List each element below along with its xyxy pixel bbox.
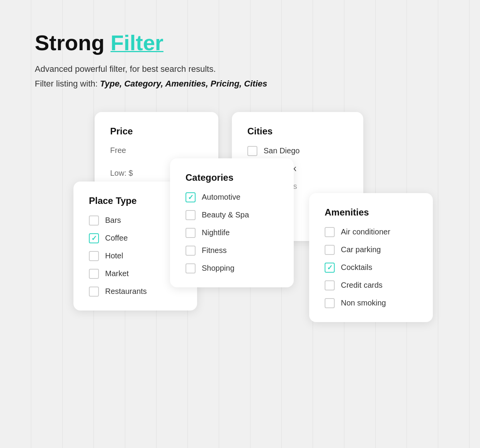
amenities-label-creditcards: Credit cards <box>341 281 383 290</box>
place-type-label-hotel: Hotel <box>105 251 123 260</box>
categories-label-fitness: Fitness <box>202 246 226 255</box>
place-type-checkbox-bars[interactable] <box>89 216 99 226</box>
amenities-item-carparking[interactable]: Car parking <box>325 245 417 255</box>
amenities-checkbox-nonsmoking[interactable] <box>325 298 335 308</box>
place-type-label-coffee: Coffee <box>105 234 128 243</box>
categories-label-nightlife: Nightlife <box>202 228 230 237</box>
place-type-checkbox-market[interactable] <box>89 269 99 279</box>
categories-item-fitness[interactable]: Fitness <box>186 246 278 256</box>
place-type-item-coffee[interactable]: Coffee <box>89 233 182 243</box>
filter-types-prefix: Filter listing with: <box>35 79 100 88</box>
price-free-label: Free <box>110 146 126 155</box>
place-type-checkbox-coffee[interactable] <box>89 233 99 243</box>
categories-checkbox-shopping[interactable] <box>186 263 196 273</box>
amenities-card-title: Amenities <box>325 207 417 218</box>
price-low-label: Low: $ <box>110 169 133 178</box>
categories-item-shopping[interactable]: Shopping <box>186 263 278 273</box>
categories-card-title: Categories <box>186 172 278 183</box>
place-type-checkbox-hotel[interactable] <box>89 251 99 261</box>
filter-types-values: Type, Category, Amenities, Pricing, Citi… <box>100 79 267 88</box>
categories-card: Categories Automotive Beauty & Spa Night… <box>170 158 294 287</box>
headline-part2: Filter <box>111 31 163 55</box>
categories-item-automotive[interactable]: Automotive <box>186 192 278 202</box>
place-type-item-hotel[interactable]: Hotel <box>89 251 182 261</box>
amenities-label-carparking: Car parking <box>341 245 381 254</box>
cities-card-title: Cities <box>247 126 348 137</box>
amenities-checkbox-creditcards[interactable] <box>325 280 335 290</box>
categories-checkbox-beautyspa[interactable] <box>186 210 196 220</box>
headline: Strong Filter <box>35 31 445 55</box>
subtitle: Advanced powerful filter, for best searc… <box>35 64 445 74</box>
place-type-item-market[interactable]: Market <box>89 269 182 279</box>
place-type-label-bars: Bars <box>105 216 121 225</box>
cities-item-sandiego[interactable]: San Diego <box>247 146 348 156</box>
cities-label-sandiego: San Diego <box>264 146 300 155</box>
cards-area: Price Free Low: $ Cities San Diego New Y… <box>35 112 445 367</box>
filter-types-line: Filter listing with: Type, Category, Ame… <box>35 79 445 89</box>
cities-checkbox-sandiego[interactable] <box>247 146 257 156</box>
amenities-item-nonsmoking[interactable]: Non smoking <box>325 298 417 308</box>
headline-part1: Strong <box>35 31 111 55</box>
amenities-label-airconditioner: Air conditioner <box>341 227 390 236</box>
amenities-item-cocktails[interactable]: Cocktails <box>325 263 417 273</box>
amenities-checkbox-carparking[interactable] <box>325 245 335 255</box>
categories-item-beautyspa[interactable]: Beauty & Spa <box>186 210 278 220</box>
amenities-label-cocktails: Cocktails <box>341 263 372 272</box>
place-type-item-bars[interactable]: Bars <box>89 216 182 226</box>
categories-label-automotive: Automotive <box>202 193 240 202</box>
categories-item-nightlife[interactable]: Nightlife <box>186 228 278 238</box>
price-card-title: Price <box>110 126 203 137</box>
amenities-checkbox-airconditioner[interactable] <box>325 227 335 237</box>
categories-checkbox-fitness[interactable] <box>186 246 196 256</box>
place-type-label-market: Market <box>105 269 129 278</box>
categories-checkbox-automotive[interactable] <box>186 192 196 202</box>
amenities-item-airconditioner[interactable]: Air conditioner <box>325 227 417 237</box>
place-type-card-title: Place Type <box>89 195 182 206</box>
categories-label-shopping: Shopping <box>202 264 235 273</box>
page-content: Strong Filter Advanced powerful filter, … <box>0 0 480 398</box>
place-type-item-restaurants[interactable]: Restaurants <box>89 287 182 297</box>
amenities-label-nonsmoking: Non smoking <box>341 299 386 307</box>
categories-checkbox-nightlife[interactable] <box>186 228 196 238</box>
amenities-checkbox-cocktails[interactable] <box>325 263 335 273</box>
categories-label-beautyspa: Beauty & Spa <box>202 210 249 219</box>
place-type-checkbox-restaurants[interactable] <box>89 287 99 297</box>
amenities-card: Amenities Air conditioner Car parking Co… <box>309 193 433 322</box>
amenities-item-creditcards[interactable]: Credit cards <box>325 280 417 290</box>
place-type-label-restaurants: Restaurants <box>105 287 147 296</box>
